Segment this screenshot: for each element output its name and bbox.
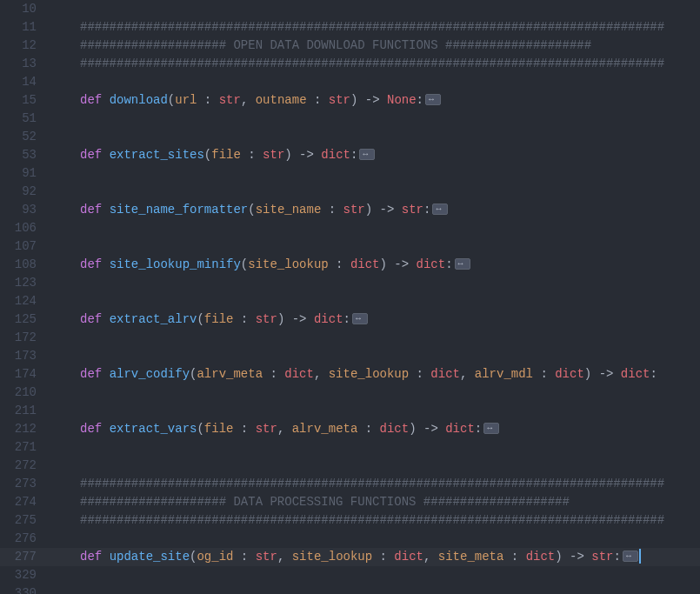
fold-icon[interactable] (483, 423, 499, 434)
token-cm: ########################################… (80, 513, 664, 527)
code-line[interactable] (52, 164, 700, 183)
code-line[interactable] (52, 384, 700, 402)
code-line[interactable]: def site_lookup_minify(site_lookup : dic… (52, 256, 700, 274)
code-line[interactable]: def extract_alrv(file : str) -> dict: (52, 310, 700, 329)
token-pn: : (445, 257, 452, 271)
token-pn: : (233, 550, 255, 564)
line-number: 15 (0, 91, 37, 110)
code-line[interactable] (52, 237, 700, 256)
token-pn: ( (197, 312, 203, 326)
code-line[interactable] (52, 566, 700, 584)
token-ty: dict (380, 422, 410, 436)
token-pn (613, 367, 620, 381)
code-line[interactable]: def extract_sites(file : str) -> dict: (52, 146, 700, 164)
token-ty: dict (621, 367, 650, 381)
fold-icon[interactable] (359, 149, 375, 160)
token-pn: : (307, 93, 329, 107)
token-pr: url (175, 93, 197, 107)
token-op: -> (570, 550, 584, 564)
token-op: -> (423, 422, 438, 436)
code-line[interactable] (52, 584, 700, 594)
token-fn: extract_alrv (110, 312, 197, 326)
token-pn: ( (197, 422, 203, 436)
token-pn: : (263, 367, 284, 381)
token-pn: ) (555, 550, 570, 564)
token-pn: : (241, 148, 263, 162)
token-ty: str (591, 550, 613, 564)
code-line[interactable]: def site_name_formatter(site_name : str)… (52, 201, 700, 219)
token-ty: None (387, 93, 417, 107)
token-kw: def (80, 422, 102, 436)
token-pn: , (460, 367, 475, 381)
token-pn: , (423, 550, 438, 564)
text-cursor (639, 549, 641, 564)
fold-icon[interactable] (455, 258, 470, 270)
code-line[interactable]: ########################################… (52, 475, 700, 493)
code-line[interactable] (52, 274, 700, 292)
code-line[interactable]: def update_site(og_id : str, site_lookup… (52, 548, 700, 566)
token-pn: ) (409, 422, 423, 436)
code-line[interactable] (52, 0, 700, 18)
token-pn: ( (204, 148, 211, 162)
line-number: 92 (0, 183, 37, 201)
code-line[interactable] (52, 183, 700, 201)
code-line[interactable] (52, 110, 700, 128)
code-line[interactable]: def extract_vars(file : str, alrv_meta :… (52, 420, 700, 438)
token-ty: str (402, 203, 423, 217)
code-line[interactable] (52, 347, 700, 365)
token-pn (394, 203, 401, 217)
token-cm: ########################################… (80, 477, 664, 491)
token-pn: ) (284, 148, 299, 162)
code-line[interactable] (52, 128, 700, 146)
code-line[interactable] (52, 329, 700, 347)
token-pn: ) (584, 367, 599, 381)
token-op: -> (380, 203, 395, 217)
code-line[interactable]: def download(url : str, outname : str) -… (52, 91, 700, 110)
token-pn: , (241, 93, 256, 107)
code-line[interactable]: def alrv_codify(alrv_meta : dict, site_l… (52, 365, 700, 384)
code-line[interactable] (52, 438, 700, 457)
fold-icon[interactable] (432, 204, 448, 215)
token-op: -> (365, 93, 380, 107)
token-pr: site_lookup (329, 367, 409, 381)
token-cm: ########################################… (80, 20, 664, 34)
fold-icon[interactable] (352, 313, 368, 324)
fold-icon[interactable] (425, 94, 441, 105)
token-pn: : (372, 550, 394, 564)
line-number: 271 (0, 438, 37, 457)
token-pn: : (350, 148, 357, 162)
code-line[interactable]: ########################################… (52, 18, 700, 37)
token-fn: site_name_formatter (110, 203, 249, 217)
token-pn: : (613, 550, 620, 564)
token-pn: : (329, 257, 350, 271)
code-line[interactable] (52, 292, 700, 310)
token-fn: download (110, 93, 168, 107)
token-pr: file (211, 148, 241, 162)
code-line[interactable]: #################### OPEN DATA DOWNLOAD … (52, 37, 700, 55)
token-ty: dict (555, 367, 584, 381)
line-number: 93 (0, 201, 37, 219)
line-number: 108 (0, 256, 37, 274)
code-line[interactable] (52, 457, 700, 475)
token-ty: dict (314, 312, 343, 326)
code-line[interactable] (52, 219, 700, 237)
code-line[interactable] (52, 530, 700, 548)
token-ty: str (256, 422, 277, 436)
code-line[interactable]: ########################################… (52, 511, 700, 530)
token-ty: str (343, 203, 365, 217)
fold-icon[interactable] (623, 551, 638, 562)
token-fn: extract_vars (110, 422, 197, 436)
code-line[interactable] (52, 73, 700, 91)
code-editor[interactable]: 1011121314155152539192931061071081231241… (0, 0, 700, 594)
token-pn: : (503, 550, 525, 564)
code-line[interactable] (52, 402, 700, 420)
code-line[interactable]: ########################################… (52, 55, 700, 73)
line-number: 53 (0, 146, 37, 164)
token-kw: def (80, 550, 102, 564)
line-number: 210 (0, 384, 37, 402)
token-ty: dict (445, 422, 475, 436)
token-ty: dict (350, 257, 380, 271)
token-kw: def (80, 148, 102, 162)
code-area[interactable]: ########################################… (52, 0, 700, 594)
code-line[interactable]: #################### DATA PROCESSING FUN… (52, 493, 700, 511)
